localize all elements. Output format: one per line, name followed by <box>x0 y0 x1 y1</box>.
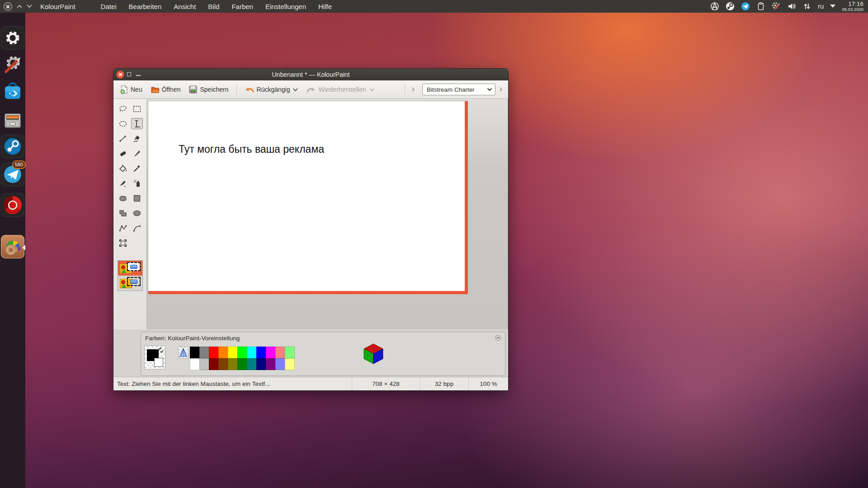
background-color-swatch[interactable] <box>154 358 163 367</box>
color-palette <box>190 347 295 370</box>
dock-collapse-icon[interactable] <box>495 335 501 341</box>
tool-rectangle[interactable] <box>131 192 143 204</box>
menu-item-bearbeiten[interactable]: Bearbeiten <box>129 3 162 10</box>
anarchy-indicator-icon[interactable] <box>710 2 719 11</box>
menu-item-hilfe[interactable]: Hilfe <box>318 3 332 10</box>
tool-rect-selection[interactable] <box>131 103 143 114</box>
launcher-item-software-center[interactable] <box>1 80 24 103</box>
launcher-item-kolourpaint[interactable] <box>1 235 24 258</box>
palette-color-row1-3[interactable] <box>218 347 228 358</box>
canvas-text[interactable]: Тут могла быть ваша реклама <box>179 143 324 155</box>
tool-brush[interactable] <box>131 148 143 159</box>
tools-indicator-icon[interactable] <box>772 2 781 11</box>
palette-color-row1-4[interactable] <box>228 347 238 358</box>
window-maximize-icon[interactable] <box>127 72 131 76</box>
telegram-indicator-icon[interactable] <box>741 2 750 11</box>
menu-item-einstellungen[interactable]: Einstellungen <box>265 3 306 10</box>
telegram-unread-badge: 580 <box>12 160 26 169</box>
window-close-icon[interactable] <box>116 70 124 79</box>
palette-color-row1-9[interactable] <box>275 347 285 358</box>
clipboard-indicator-icon[interactable] <box>756 2 765 11</box>
open-button[interactable]: Öffnen <box>147 84 184 95</box>
tool-color-picker[interactable] <box>131 163 143 174</box>
palette-color-row2-4[interactable] <box>228 358 238 370</box>
window-minimize-icon[interactable] <box>136 75 141 76</box>
palette-color-row1-8[interactable] <box>266 347 276 358</box>
toolbar-expand-icon[interactable] <box>411 87 415 92</box>
palette-color-row1-5[interactable] <box>237 347 247 358</box>
palette-color-row2-3[interactable] <box>218 358 228 370</box>
tool-line[interactable] <box>117 133 129 144</box>
tool-connected-lines[interactable] <box>117 222 129 234</box>
palette-color-row2-9[interactable] <box>275 358 285 370</box>
new-button[interactable]: Neu <box>117 83 146 96</box>
gear-wrench-icon <box>2 54 23 75</box>
menu-item-ansicht[interactable]: Ansicht <box>174 3 196 10</box>
selection-transparent-option[interactable] <box>118 276 142 291</box>
tool-ellipse[interactable] <box>131 207 143 219</box>
focused-app-arrow <box>22 245 25 250</box>
launcher-item-telegram[interactable]: 580 <box>1 163 24 186</box>
session-menu-icon[interactable] <box>830 5 835 8</box>
menu-item-bild[interactable]: Bild <box>208 3 219 10</box>
menu-item-datei[interactable]: Datei <box>101 3 117 10</box>
toolbar-overflow-icon[interactable] <box>499 87 503 92</box>
selection-opaque-option[interactable] <box>118 261 142 276</box>
swap-colors-icon[interactable] <box>158 347 164 353</box>
clock[interactable]: 17:16 05.03.2026 <box>842 1 863 12</box>
keyboard-layout-indicator[interactable]: ru <box>818 2 824 10</box>
panel-unmaximize-icon[interactable] <box>17 5 22 8</box>
transparent-color-cell[interactable] <box>178 347 189 359</box>
palette-color-row1-6[interactable] <box>247 347 257 358</box>
tool-eraser[interactable] <box>117 148 129 159</box>
save-icon <box>189 85 198 94</box>
menu-item-farben[interactable]: Farben <box>231 3 253 10</box>
palette-color-row1-2[interactable] <box>209 347 219 358</box>
titlebar[interactable]: Unbenannt * — KolourPaint <box>113 69 508 80</box>
canvas-scroll-view[interactable]: Тут могла быть ваша реклама <box>147 99 508 329</box>
tool-color-eraser[interactable] <box>117 178 129 189</box>
tool-spray-can[interactable] <box>131 178 143 189</box>
undo-button[interactable]: Rückgängig <box>241 84 302 95</box>
palette-color-row2-5[interactable] <box>237 358 247 370</box>
launcher-item-chromium-red[interactable] <box>1 193 24 217</box>
palette-color-row2-10[interactable] <box>285 358 295 370</box>
volume-indicator-icon[interactable] <box>787 2 796 11</box>
palette-color-row2-0[interactable] <box>190 358 200 370</box>
canvas[interactable]: Тут могла быть ваша реклама <box>148 101 468 294</box>
palette-color-row2-7[interactable] <box>256 358 266 370</box>
tool-ellipse-selection[interactable] <box>117 118 129 129</box>
palette-color-row2-2[interactable] <box>209 358 219 370</box>
launcher-item-archive-manager[interactable] <box>1 108 24 132</box>
status-zoom-level[interactable]: 100 % <box>468 377 508 390</box>
palette-color-row1-10[interactable] <box>285 347 295 358</box>
palette-color-row2-1[interactable] <box>199 358 209 370</box>
network-traffic-icon[interactable] <box>802 2 811 11</box>
tool-text[interactable] <box>131 118 143 129</box>
main-toolbar: Neu Öffnen Speichern Rückgängig <box>113 80 508 99</box>
tool-zoom[interactable] <box>117 237 129 249</box>
launcher-item-steam[interactable] <box>1 135 24 158</box>
panel-minimize-icon[interactable] <box>27 5 32 8</box>
steam-indicator-icon[interactable] <box>726 2 735 11</box>
palette-color-row1-1[interactable] <box>199 347 209 358</box>
tool-pen[interactable] <box>131 133 143 144</box>
palette-color-row1-0[interactable] <box>190 347 200 358</box>
save-button[interactable]: Speichern <box>185 83 231 96</box>
tool-polygon[interactable] <box>117 207 129 219</box>
tool-free-form-selection[interactable] <box>117 103 129 114</box>
launcher-item-software-updates[interactable] <box>1 52 24 76</box>
tool-curve[interactable] <box>131 222 143 234</box>
canvas-border-bottom <box>148 291 468 294</box>
foreground-background-colors[interactable] <box>144 346 165 370</box>
panel-close-icon[interactable] <box>4 2 12 11</box>
font-family-select[interactable]: Bitstream Charter <box>422 84 495 95</box>
palette-color-row2-6[interactable] <box>247 358 257 370</box>
palette-color-row2-8[interactable] <box>266 358 276 370</box>
color-similarity-cube-icon[interactable] <box>362 342 385 366</box>
tool-rounded-rectangle[interactable] <box>117 192 129 204</box>
redo-button[interactable]: Wiederherstellen <box>303 84 377 95</box>
launcher-item-system-settings[interactable] <box>1 26 24 50</box>
palette-color-row1-7[interactable] <box>256 347 266 358</box>
tool-flood-fill[interactable] <box>117 163 129 174</box>
